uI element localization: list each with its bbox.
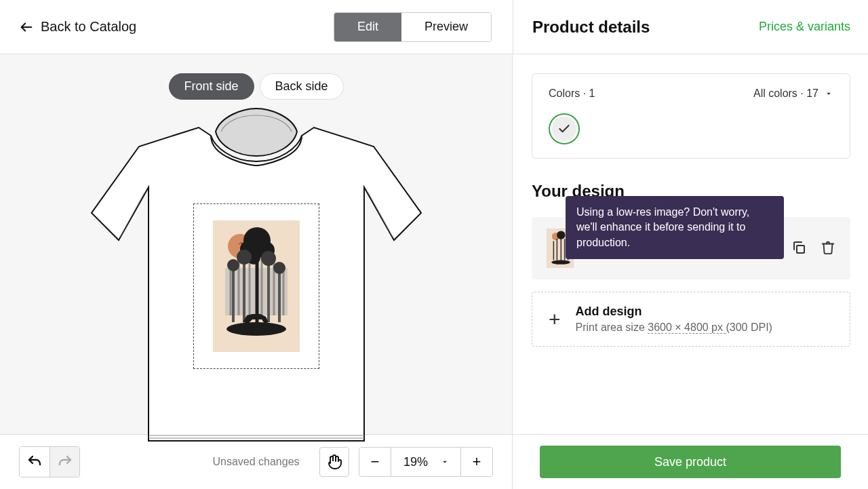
svg-point-12 [237, 250, 252, 265]
back-to-catalog-link[interactable]: Back to Catalog [0, 19, 136, 35]
artwork[interactable] [213, 220, 300, 352]
side-panel: Colors · 1 All colors · 17 Your design U… [513, 54, 868, 434]
design-item-row: Using a low-res image? Don't worry, we'l… [532, 217, 850, 279]
back-label: Back to Catalog [41, 19, 136, 35]
tab-preview[interactable]: Preview [401, 13, 491, 41]
pan-button[interactable] [319, 447, 349, 477]
redo-icon [57, 454, 73, 470]
redo-button [50, 447, 79, 477]
chevron-down-icon [824, 89, 833, 98]
svg-point-18 [557, 231, 566, 239]
svg-point-11 [227, 259, 239, 271]
color-swatch-selected[interactable] [549, 113, 580, 144]
add-design-subtitle: Print area size 3600 × 4800 px (300 DPI) [576, 321, 772, 334]
zoom-in-button[interactable]: + [461, 448, 492, 476]
delete-button[interactable] [821, 239, 835, 258]
zoom-dropdown[interactable]: 19% [391, 448, 461, 476]
right-header: Product details Prices & variants [513, 0, 868, 54]
copy-icon [791, 239, 807, 256]
undo-button[interactable] [20, 447, 50, 477]
unsaved-status: Unsaved changes [212, 456, 299, 468]
zoom-control: − 19% + [359, 447, 493, 477]
svg-point-14 [273, 262, 285, 274]
arrow-left-icon [19, 20, 34, 35]
history-group [19, 446, 80, 477]
page-title: Product details [532, 18, 650, 37]
tab-edit[interactable]: Edit [334, 13, 401, 41]
undo-icon [26, 454, 43, 470]
low-res-tooltip: Using a low-res image? Don't worry, we'l… [566, 196, 784, 259]
svg-point-13 [261, 251, 276, 266]
svg-point-15 [226, 322, 286, 336]
zoom-value: 19% [403, 455, 428, 469]
duplicate-button[interactable] [791, 239, 807, 258]
all-colors-label: All colors · 17 [753, 87, 818, 100]
canvas-area: Front side Back side [0, 54, 513, 434]
tshirt-mockup[interactable] [90, 98, 422, 447]
svg-rect-20 [797, 246, 804, 253]
add-design-title: Add design [576, 305, 772, 319]
svg-point-19 [551, 260, 570, 265]
side-toggle: Front side Back side [168, 73, 343, 100]
colors-box: Colors · 1 All colors · 17 [532, 73, 850, 159]
tab-front-side[interactable]: Front side [168, 73, 254, 100]
chevron-down-icon [440, 457, 450, 467]
print-area[interactable] [193, 203, 319, 369]
zoom-out-button[interactable]: − [359, 448, 391, 476]
check-icon [557, 122, 571, 136]
tab-back-side[interactable]: Back side [260, 73, 344, 100]
plus-icon: + [549, 309, 561, 330]
colors-selected-label: Colors · 1 [549, 87, 595, 100]
add-design-button[interactable]: + Add design Print area size 3600 × 4800… [532, 292, 850, 347]
hand-icon [326, 454, 342, 470]
all-colors-dropdown[interactable]: All colors · 17 [753, 87, 833, 100]
trash-icon [821, 240, 835, 255]
mode-toggle: Edit Preview [334, 12, 492, 42]
save-product-button[interactable]: Save product [540, 446, 841, 478]
prices-variants-link[interactable]: Prices & variants [759, 20, 850, 34]
